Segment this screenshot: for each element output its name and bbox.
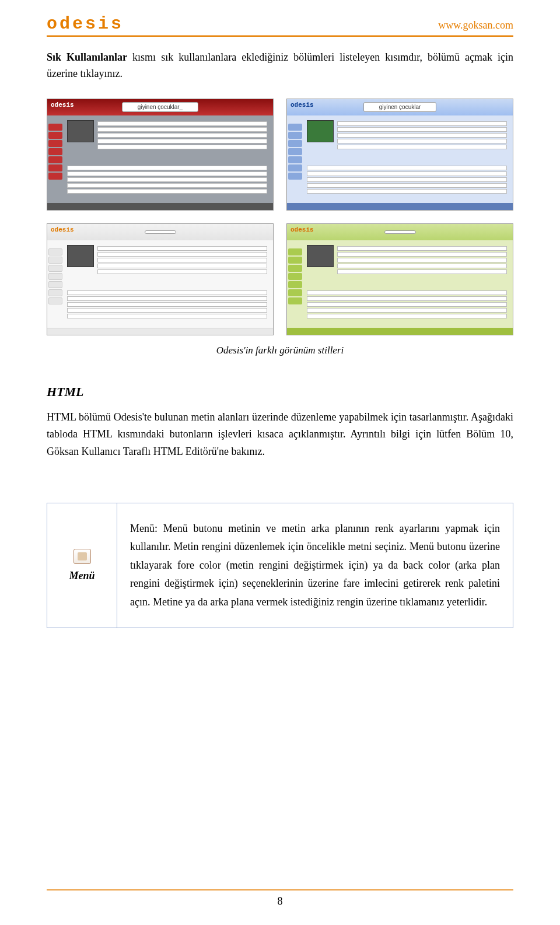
html-section-paragraph: HTML bölümü Odesis'te bulunan metin alan… (47, 409, 513, 461)
table-row-label: Menü (60, 570, 104, 582)
shot-title (384, 230, 416, 234)
screenshot-green-theme: odesis (286, 223, 513, 335)
thumbnail-icon (307, 245, 334, 267)
site-url: www.goksan.com (438, 19, 513, 31)
shot-title: giyinen çocuklar_ (122, 102, 198, 112)
shot-title (145, 230, 176, 234)
intro-bold-lead: Sık Kullanılanlar (47, 51, 127, 63)
table-cell-description: Menü: Menü butonu metinin ve metin arka … (117, 503, 513, 628)
thumbnail-icon (307, 120, 334, 142)
brand-logo: odesis (47, 14, 124, 34)
intro-paragraph: Sık Kullanılanlar kısmı sık kullanılanla… (47, 50, 513, 82)
page-number: 8 (0, 895, 560, 908)
shot-logo: odesis (51, 101, 74, 108)
shot-logo: odesis (51, 226, 74, 233)
table-cell-icon: Menü (47, 503, 117, 628)
page-header: odesis www.goksan.com (47, 14, 513, 37)
shot-title: giyinen çocuklar (363, 102, 437, 112)
shot-logo: odesis (290, 226, 314, 233)
menu-button-icon (74, 549, 91, 564)
screenshot-grid: odesis giyinen çocuklar_ odesis giyinen … (47, 99, 513, 335)
table-row: Menü Menü: Menü butonu metinin ve metin … (47, 503, 513, 628)
footer-divider (47, 889, 513, 891)
thumbnail-icon (67, 245, 94, 267)
menu-description-text: Menü: Menü butonu metinin ve metin arka … (130, 520, 500, 612)
html-buttons-table: Menü Menü: Menü butonu metinin ve metin … (47, 503, 513, 629)
thumbnail-icon (67, 120, 94, 142)
section-title-html: HTML (47, 384, 513, 400)
screenshot-blue-theme: odesis giyinen çocuklar (286, 99, 513, 211)
shot-logo: odesis (290, 101, 314, 108)
screenshot-white-theme: odesis (47, 223, 274, 335)
screenshot-red-theme: odesis giyinen çocuklar_ (47, 99, 274, 211)
screenshots-caption: Odesis'in farklı görünüm stilleri (47, 345, 513, 356)
